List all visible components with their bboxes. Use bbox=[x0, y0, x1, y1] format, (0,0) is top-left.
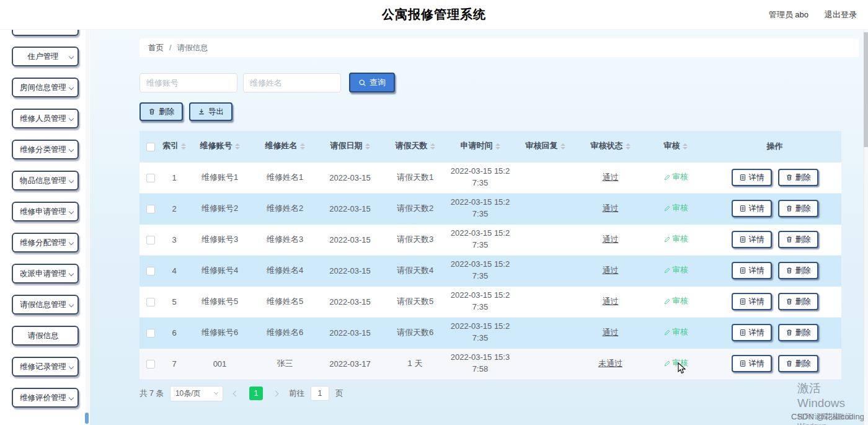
sidebar-item[interactable]: 维修评价管理 bbox=[12, 388, 79, 408]
column-header[interactable]: 审核状态 bbox=[578, 131, 643, 162]
sidebar-item-partial[interactable] bbox=[12, 30, 79, 36]
repair-account-input[interactable] bbox=[140, 73, 237, 92]
column-header-label: 申请时间 bbox=[461, 141, 493, 150]
review-link[interactable]: 审核 bbox=[663, 327, 688, 338]
toolbar: 删除 导出 bbox=[140, 102, 859, 121]
row-delete-button[interactable]: 删除 bbox=[778, 200, 818, 217]
sidebar-item[interactable]: 物品信息管理 bbox=[12, 171, 79, 190]
sidebar-item[interactable]: 住户管理 bbox=[12, 47, 79, 66]
row-delete-button[interactable]: 删除 bbox=[778, 293, 818, 310]
sidebar-menu: 住户管理房间信息管理维修人员管理维修分类管理物品信息管理维修申请管理维修分配管理… bbox=[0, 47, 90, 408]
review-link[interactable]: 审核 bbox=[663, 265, 688, 275]
status-text[interactable]: 通过 bbox=[603, 297, 619, 306]
goto-page-input[interactable] bbox=[311, 386, 329, 401]
page-number-1[interactable]: 1 bbox=[249, 387, 263, 400]
repair-name-input[interactable] bbox=[243, 73, 341, 92]
page-scrollbar-thumb[interactable] bbox=[864, 32, 868, 147]
sidebar-item[interactable]: 维修记录管理 bbox=[12, 357, 79, 377]
sort-caret-icon[interactable] bbox=[181, 141, 186, 152]
row-checkbox[interactable] bbox=[146, 329, 155, 338]
column-header[interactable]: 维修姓名 bbox=[252, 131, 317, 162]
export-button[interactable]: 导出 bbox=[189, 102, 232, 121]
sort-caret-icon[interactable] bbox=[430, 141, 435, 152]
page-scrollbar[interactable] bbox=[864, 0, 868, 425]
detail-button[interactable]: 详情 bbox=[732, 293, 772, 310]
cell-review-reply bbox=[513, 286, 578, 317]
cell-leave-date: 2022-03-15 bbox=[317, 286, 383, 317]
column-header[interactable]: 索引 bbox=[161, 131, 187, 162]
detail-button[interactable]: 详情 bbox=[732, 169, 772, 186]
cell-actions: 详情删除 bbox=[708, 255, 841, 286]
header-user-area: 管理员 abo 退出登录 bbox=[769, 0, 857, 30]
sidebar-item[interactable]: 房间信息管理 bbox=[12, 78, 79, 97]
pencil-icon bbox=[663, 298, 671, 305]
sidebar-item[interactable]: 维修分类管理 bbox=[12, 140, 79, 159]
detail-button[interactable]: 详情 bbox=[732, 200, 772, 217]
status-text[interactable]: 通过 bbox=[603, 235, 619, 244]
column-header[interactable]: 审核 bbox=[643, 131, 708, 162]
column-header[interactable]: 请假日期 bbox=[317, 131, 383, 162]
status-text[interactable]: 通过 bbox=[603, 328, 619, 337]
page-size-select[interactable]: 10条/页 bbox=[170, 386, 223, 401]
trash-icon bbox=[786, 329, 793, 336]
delete-button[interactable]: 删除 bbox=[140, 102, 183, 121]
column-header[interactable]: 请假天数 bbox=[383, 131, 448, 162]
row-checkbox[interactable] bbox=[146, 267, 155, 275]
sort-caret-icon[interactable] bbox=[560, 141, 565, 152]
review-link[interactable]: 审核 bbox=[663, 234, 688, 244]
sidebar-item[interactable]: 请假信息管理 bbox=[12, 295, 79, 315]
column-header[interactable]: 审核回复 bbox=[513, 131, 578, 162]
sidebar-scrollbar-thumb[interactable] bbox=[85, 413, 89, 424]
row-checkbox[interactable] bbox=[146, 174, 155, 182]
sort-caret-icon[interactable] bbox=[365, 141, 370, 152]
next-page-button[interactable] bbox=[269, 387, 283, 400]
sort-caret-icon[interactable] bbox=[626, 141, 631, 152]
logout-link[interactable]: 退出登录 bbox=[825, 9, 857, 20]
row-delete-button[interactable]: 删除 bbox=[778, 169, 818, 186]
review-link[interactable]: 审核 bbox=[663, 172, 688, 182]
sort-caret-icon[interactable] bbox=[300, 141, 305, 152]
column-header-label: 索引 bbox=[162, 141, 179, 150]
sidebar-item[interactable]: 维修分配管理 bbox=[12, 233, 79, 253]
sort-caret-icon[interactable] bbox=[235, 141, 240, 152]
review-link[interactable]: 审核 bbox=[663, 203, 688, 213]
sort-caret-icon[interactable] bbox=[683, 141, 688, 152]
prev-page-button[interactable] bbox=[229, 387, 243, 400]
select-all-checkbox[interactable] bbox=[146, 143, 155, 151]
row-delete-button[interactable]: 删除 bbox=[778, 355, 818, 372]
column-header[interactable]: 维修账号 bbox=[187, 131, 252, 162]
review-link[interactable]: 审核 bbox=[663, 296, 688, 306]
row-delete-button[interactable]: 删除 bbox=[778, 324, 818, 341]
status-text[interactable]: 通过 bbox=[603, 266, 619, 275]
row-delete-button[interactable]: 删除 bbox=[778, 231, 818, 248]
row-checkbox[interactable] bbox=[146, 236, 155, 244]
sidebar-subitem-leave-info[interactable]: 请假信息 bbox=[12, 326, 79, 346]
pencil-icon bbox=[663, 360, 671, 367]
row-delete-button[interactable]: 删除 bbox=[778, 262, 818, 279]
status-text[interactable]: 未通过 bbox=[598, 359, 622, 368]
sidebar-item[interactable]: 改派申请管理 bbox=[12, 264, 79, 284]
detail-button[interactable]: 详情 bbox=[732, 231, 772, 248]
breadcrumb-home[interactable]: 首页 bbox=[148, 43, 164, 53]
sidebar-item[interactable]: 维修人员管理 bbox=[12, 109, 79, 128]
column-header[interactable]: 申请时间 bbox=[448, 131, 513, 162]
cell-repair-name: 张三 bbox=[252, 348, 317, 379]
document-icon bbox=[739, 329, 746, 336]
sidebar-item[interactable]: 维修申请管理 bbox=[12, 202, 79, 221]
sort-caret-icon[interactable] bbox=[495, 141, 500, 152]
status-text[interactable]: 通过 bbox=[603, 204, 619, 213]
cell-repair-account: 维修账号2 bbox=[187, 193, 252, 224]
detail-button[interactable]: 详情 bbox=[732, 355, 772, 372]
sidebar-item-label: 维修评价管理 bbox=[20, 393, 70, 403]
status-text[interactable]: 通过 bbox=[603, 172, 619, 182]
query-button-label: 查询 bbox=[370, 77, 386, 88]
sidebar-scrollbar[interactable] bbox=[86, 30, 89, 425]
query-button[interactable]: 查询 bbox=[349, 73, 395, 92]
detail-button[interactable]: 详情 bbox=[732, 262, 772, 279]
row-checkbox[interactable] bbox=[146, 205, 155, 213]
cell-review-status: 通过 bbox=[578, 286, 643, 317]
row-checkbox[interactable] bbox=[146, 360, 155, 369]
cell-repair-account: 维修账号5 bbox=[187, 286, 252, 317]
row-checkbox[interactable] bbox=[146, 298, 155, 306]
detail-button[interactable]: 详情 bbox=[732, 324, 772, 341]
